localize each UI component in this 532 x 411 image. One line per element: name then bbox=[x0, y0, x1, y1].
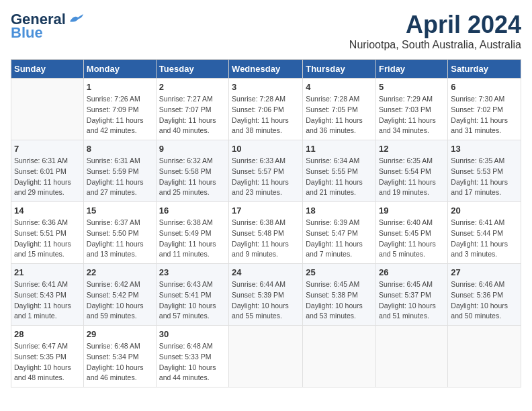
col-saturday: Saturday bbox=[448, 60, 521, 79]
calendar-cell: 3Sunrise: 7:28 AM Sunset: 7:06 PM Daylig… bbox=[229, 79, 303, 140]
calendar-cell: 26Sunrise: 6:45 AM Sunset: 5:37 PM Dayli… bbox=[376, 264, 448, 326]
day-number: 21 bbox=[14, 267, 81, 277]
calendar-cell: 28Sunrise: 6:47 AM Sunset: 5:35 PM Dayli… bbox=[11, 326, 84, 387]
logo: General Blue bbox=[11, 11, 83, 42]
day-number: 10 bbox=[232, 144, 300, 154]
day-info: Sunrise: 7:28 AM Sunset: 7:05 PM Dayligh… bbox=[306, 94, 373, 136]
calendar-table: Sunday Monday Tuesday Wednesday Thursday… bbox=[11, 59, 521, 387]
day-number: 24 bbox=[232, 267, 300, 277]
logo-blue: Blue bbox=[11, 24, 43, 42]
day-number: 9 bbox=[159, 144, 226, 154]
calendar-cell: 25Sunrise: 6:45 AM Sunset: 5:38 PM Dayli… bbox=[303, 264, 376, 326]
day-info: Sunrise: 6:34 AM Sunset: 5:55 PM Dayligh… bbox=[306, 156, 373, 198]
day-number: 26 bbox=[379, 267, 445, 277]
calendar-cell bbox=[376, 326, 448, 387]
calendar-cell: 4Sunrise: 7:28 AM Sunset: 7:05 PM Daylig… bbox=[303, 79, 376, 140]
day-info: Sunrise: 6:45 AM Sunset: 5:37 PM Dayligh… bbox=[379, 279, 445, 322]
title-block: April 2024 Nuriootpa, South Australia, A… bbox=[349, 11, 521, 51]
calendar-cell: 20Sunrise: 6:41 AM Sunset: 5:44 PM Dayli… bbox=[448, 202, 521, 264]
day-info: Sunrise: 6:32 AM Sunset: 5:58 PM Dayligh… bbox=[159, 156, 226, 198]
calendar-week-2: 7Sunrise: 6:31 AM Sunset: 6:01 PM Daylig… bbox=[11, 140, 521, 202]
day-info: Sunrise: 6:44 AM Sunset: 5:39 PM Dayligh… bbox=[232, 279, 300, 322]
calendar-cell: 2Sunrise: 7:27 AM Sunset: 7:07 PM Daylig… bbox=[156, 79, 228, 140]
day-number: 8 bbox=[87, 144, 153, 154]
day-number: 1 bbox=[87, 82, 153, 92]
day-info: Sunrise: 6:39 AM Sunset: 5:47 PM Dayligh… bbox=[306, 218, 373, 260]
calendar-cell: 30Sunrise: 6:48 AM Sunset: 5:33 PM Dayli… bbox=[156, 326, 228, 387]
day-info: Sunrise: 7:29 AM Sunset: 7:03 PM Dayligh… bbox=[379, 94, 445, 136]
col-thursday: Thursday bbox=[303, 60, 376, 79]
day-number: 14 bbox=[14, 205, 81, 216]
day-info: Sunrise: 6:31 AM Sunset: 6:01 PM Dayligh… bbox=[14, 156, 81, 198]
day-number: 15 bbox=[87, 205, 153, 216]
day-info: Sunrise: 6:31 AM Sunset: 5:59 PM Dayligh… bbox=[87, 156, 153, 198]
day-info: Sunrise: 6:48 AM Sunset: 5:33 PM Dayligh… bbox=[159, 341, 226, 383]
calendar-cell: 5Sunrise: 7:29 AM Sunset: 7:03 PM Daylig… bbox=[376, 79, 448, 140]
day-number: 7 bbox=[14, 144, 81, 154]
day-number: 28 bbox=[14, 329, 81, 339]
logo-bird-icon bbox=[69, 13, 83, 26]
day-number: 30 bbox=[159, 329, 226, 339]
calendar-cell: 16Sunrise: 6:38 AM Sunset: 5:49 PM Dayli… bbox=[156, 202, 228, 264]
day-info: Sunrise: 6:36 AM Sunset: 5:51 PM Dayligh… bbox=[14, 218, 81, 260]
calendar-cell: 23Sunrise: 6:43 AM Sunset: 5:41 PM Dayli… bbox=[156, 264, 228, 326]
day-number: 12 bbox=[379, 144, 445, 154]
day-info: Sunrise: 7:27 AM Sunset: 7:07 PM Dayligh… bbox=[159, 94, 226, 136]
calendar-cell: 11Sunrise: 6:34 AM Sunset: 5:55 PM Dayli… bbox=[303, 140, 376, 202]
day-info: Sunrise: 6:41 AM Sunset: 5:43 PM Dayligh… bbox=[14, 279, 81, 322]
day-info: Sunrise: 6:41 AM Sunset: 5:44 PM Dayligh… bbox=[451, 218, 518, 260]
calendar-week-1: 1Sunrise: 7:26 AM Sunset: 7:09 PM Daylig… bbox=[11, 79, 521, 140]
day-info: Sunrise: 6:40 AM Sunset: 5:45 PM Dayligh… bbox=[379, 218, 445, 260]
calendar-cell: 27Sunrise: 6:46 AM Sunset: 5:36 PM Dayli… bbox=[448, 264, 521, 326]
day-number: 17 bbox=[232, 205, 300, 216]
calendar-cell: 17Sunrise: 6:38 AM Sunset: 5:48 PM Dayli… bbox=[229, 202, 303, 264]
day-number: 25 bbox=[306, 267, 373, 277]
day-number: 19 bbox=[379, 205, 445, 216]
day-info: Sunrise: 7:26 AM Sunset: 7:09 PM Dayligh… bbox=[87, 94, 153, 136]
day-number: 6 bbox=[451, 82, 518, 92]
col-sunday: Sunday bbox=[11, 60, 84, 79]
calendar-cell: 1Sunrise: 7:26 AM Sunset: 7:09 PM Daylig… bbox=[83, 79, 156, 140]
calendar-cell bbox=[448, 326, 521, 387]
calendar-cell: 22Sunrise: 6:42 AM Sunset: 5:42 PM Dayli… bbox=[83, 264, 156, 326]
calendar-cell: 9Sunrise: 6:32 AM Sunset: 5:58 PM Daylig… bbox=[156, 140, 228, 202]
day-number: 5 bbox=[379, 82, 445, 92]
day-number: 23 bbox=[159, 267, 226, 277]
col-monday: Monday bbox=[83, 60, 156, 79]
day-info: Sunrise: 6:37 AM Sunset: 5:50 PM Dayligh… bbox=[87, 218, 153, 260]
calendar-cell bbox=[303, 326, 376, 387]
day-info: Sunrise: 6:33 AM Sunset: 5:57 PM Dayligh… bbox=[232, 156, 300, 198]
day-info: Sunrise: 6:43 AM Sunset: 5:41 PM Dayligh… bbox=[159, 279, 226, 322]
day-info: Sunrise: 6:48 AM Sunset: 5:34 PM Dayligh… bbox=[87, 341, 153, 383]
calendar-week-4: 21Sunrise: 6:41 AM Sunset: 5:43 PM Dayli… bbox=[11, 264, 521, 326]
calendar-cell: 10Sunrise: 6:33 AM Sunset: 5:57 PM Dayli… bbox=[229, 140, 303, 202]
day-number: 22 bbox=[87, 267, 153, 277]
day-info: Sunrise: 6:35 AM Sunset: 5:54 PM Dayligh… bbox=[379, 156, 445, 198]
col-wednesday: Wednesday bbox=[229, 60, 303, 79]
day-info: Sunrise: 7:30 AM Sunset: 7:02 PM Dayligh… bbox=[451, 94, 518, 136]
day-info: Sunrise: 7:28 AM Sunset: 7:06 PM Dayligh… bbox=[232, 94, 300, 136]
col-tuesday: Tuesday bbox=[156, 60, 228, 79]
calendar-cell: 15Sunrise: 6:37 AM Sunset: 5:50 PM Dayli… bbox=[83, 202, 156, 264]
day-number: 2 bbox=[159, 82, 226, 92]
calendar-cell: 14Sunrise: 6:36 AM Sunset: 5:51 PM Dayli… bbox=[11, 202, 84, 264]
day-info: Sunrise: 6:38 AM Sunset: 5:49 PM Dayligh… bbox=[159, 218, 226, 260]
day-number: 11 bbox=[306, 144, 373, 154]
day-number: 16 bbox=[159, 205, 226, 216]
calendar-cell: 18Sunrise: 6:39 AM Sunset: 5:47 PM Dayli… bbox=[303, 202, 376, 264]
page-header: General Blue April 2024 Nuriootpa, South… bbox=[11, 11, 521, 51]
day-number: 3 bbox=[232, 82, 300, 92]
calendar-cell bbox=[229, 326, 303, 387]
location-subtitle: Nuriootpa, South Australia, Australia bbox=[349, 39, 521, 51]
calendar-header-row: Sunday Monday Tuesday Wednesday Thursday… bbox=[11, 60, 521, 79]
calendar-cell: 21Sunrise: 6:41 AM Sunset: 5:43 PM Dayli… bbox=[11, 264, 84, 326]
day-number: 18 bbox=[306, 205, 373, 216]
day-number: 13 bbox=[451, 144, 518, 154]
day-number: 4 bbox=[306, 82, 373, 92]
day-info: Sunrise: 6:38 AM Sunset: 5:48 PM Dayligh… bbox=[232, 218, 300, 260]
day-info: Sunrise: 6:42 AM Sunset: 5:42 PM Dayligh… bbox=[87, 279, 153, 322]
calendar-cell: 7Sunrise: 6:31 AM Sunset: 6:01 PM Daylig… bbox=[11, 140, 84, 202]
calendar-cell: 12Sunrise: 6:35 AM Sunset: 5:54 PM Dayli… bbox=[376, 140, 448, 202]
calendar-week-3: 14Sunrise: 6:36 AM Sunset: 5:51 PM Dayli… bbox=[11, 202, 521, 264]
day-number: 27 bbox=[451, 267, 518, 277]
